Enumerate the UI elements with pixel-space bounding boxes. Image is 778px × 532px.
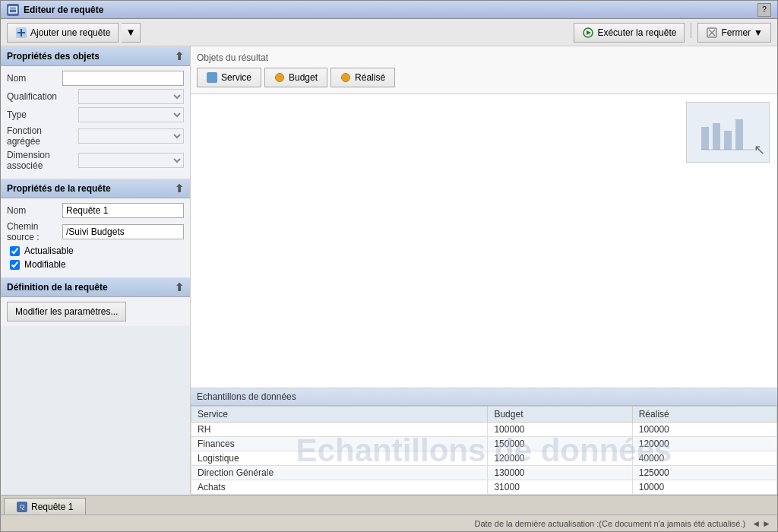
main-window: Editeur de requête ? Ajouter une requête…: [0, 0, 778, 532]
svg-marker-6: [587, 30, 591, 35]
table-header-row: Service Budget Réalisé: [191, 407, 777, 423]
type-row: Type: [7, 107, 184, 122]
props-objects-body: Nom Qualification Type Fonction agr: [1, 66, 190, 179]
table-cell-budget: 150000: [488, 437, 632, 451]
table-cell-realise: 125000: [632, 466, 776, 480]
nav-arrows: ◄ ►: [751, 518, 771, 529]
qualification-select[interactable]: [78, 89, 184, 104]
left-panel: Propriétés des objets ⬆ Nom Qualificatio…: [1, 46, 191, 495]
add-query-icon: [15, 27, 27, 39]
add-query-button[interactable]: Ajouter une requête: [7, 23, 119, 43]
table-cell-realise: 10000: [632, 480, 776, 495]
definition-collapse[interactable]: ⬆: [175, 281, 184, 293]
props-objects-collapse[interactable]: ⬆: [175, 50, 184, 62]
close-button[interactable]: Fermer ▼: [697, 23, 771, 43]
close-label: Fermer: [721, 27, 751, 38]
type-select[interactable]: [78, 107, 184, 122]
fonction-row: Fonction agrégée: [7, 125, 184, 147]
chemin-input[interactable]: [62, 224, 184, 239]
coin-icon: [275, 73, 284, 82]
right-panel: Objets du résultat Service Budget: [191, 46, 777, 495]
nav-right-arrow[interactable]: ►: [762, 518, 771, 529]
add-query-label: Ajouter une requête: [30, 27, 110, 38]
nom-input[interactable]: [62, 71, 184, 86]
execute-query-button[interactable]: Exécuter la requête: [574, 23, 685, 43]
actualisable-checkbox[interactable]: [10, 246, 20, 256]
help-button[interactable]: ?: [757, 3, 771, 17]
nom-label: Nom: [7, 73, 59, 84]
col-service: Service: [191, 407, 488, 423]
table-cell-service: RH: [191, 423, 488, 437]
props-objects-title: Propriétés des objets: [7, 51, 100, 62]
table-cell-service: Logistique: [191, 451, 488, 466]
service-tab-icon: [207, 72, 217, 83]
modifiable-label: Modifiable: [24, 259, 66, 270]
definition-title: Définition de la requête: [7, 282, 108, 293]
dimension-row: Dimension associée: [7, 150, 184, 171]
fonction-select[interactable]: [78, 128, 184, 144]
svg-rect-13: [735, 119, 743, 150]
table-cell-budget: 31000: [488, 480, 632, 495]
table-cell-budget: 130000: [488, 466, 632, 480]
chemin-row: Chemin source :: [7, 221, 184, 242]
thumbnail-chart: [697, 112, 758, 154]
query-nom-label: Nom: [7, 205, 59, 216]
right-main-area: ↖: [191, 94, 777, 388]
svg-rect-11: [713, 123, 720, 150]
col-budget: Budget: [488, 407, 632, 423]
tab-realise-label: Réalisé: [355, 72, 385, 83]
table-cell-service: Finances: [191, 437, 488, 451]
svg-rect-12: [724, 131, 732, 150]
close-icon: [706, 27, 718, 39]
tab-requete1-icon: Q: [17, 502, 27, 512]
status-text: Date de la dernière actualisation :(Ce d…: [474, 519, 745, 528]
data-samples-section: Echantillons de données Echantillons de …: [191, 388, 777, 495]
coin-icon-2: [341, 73, 350, 82]
type-label: Type: [7, 109, 75, 120]
dimension-select[interactable]: [78, 153, 184, 168]
table-cell-realise: 40000: [632, 451, 776, 466]
toolbar: Ajouter une requête ▼ Exécuter la requêt…: [1, 19, 777, 46]
table-cell-realise: 100000: [632, 423, 776, 437]
table-cell-budget: 100000: [488, 423, 632, 437]
execute-label: Exécuter la requête: [597, 27, 676, 38]
table-row: RH100000100000: [191, 423, 777, 437]
modifier-params-button[interactable]: Modifier les paramètres...: [7, 302, 126, 321]
close-dropdown-arrow: ▼: [754, 27, 763, 38]
tab-service-label: Service: [221, 72, 251, 83]
bottom-tab-requete1[interactable]: Q Requête 1: [4, 498, 86, 515]
query-nom-row: Nom: [7, 203, 184, 218]
table-row: Logistique12000040000: [191, 451, 777, 466]
tab-budget[interactable]: Budget: [264, 68, 327, 87]
modifiable-checkbox[interactable]: [10, 260, 20, 270]
thumbnail-area: ↖: [686, 102, 770, 163]
result-objects-section: Objets du résultat Service Budget: [191, 46, 777, 94]
nav-left-arrow[interactable]: ◄: [751, 518, 761, 529]
title-bar: Editeur de requête ?: [1, 1, 777, 19]
table-cell-service: Achats: [191, 480, 488, 495]
props-query-header: Propriétés de la requête ⬆: [1, 179, 190, 198]
table-cell-service: Direction Générale: [191, 466, 488, 480]
add-query-dropdown[interactable]: ▼: [122, 23, 140, 43]
title-bar-controls: ?: [757, 3, 771, 17]
qualification-label: Qualification: [7, 91, 75, 102]
result-objects-title: Objets du résultat: [197, 52, 771, 63]
definition-header: Définition de la requête ⬆: [1, 277, 190, 297]
toolbar-right: Exécuter la requête Fermer ▼: [574, 23, 771, 43]
budget-tab-icon: [274, 72, 285, 83]
app-icon: [7, 4, 19, 16]
data-table-wrapper: Echantillons de données Service Budget R…: [191, 406, 777, 495]
query-nom-input[interactable]: [62, 203, 184, 218]
toolbar-separator: [691, 23, 691, 38]
bottom-tab-label: Requête 1: [31, 502, 73, 512]
modifiable-row: Modifiable: [7, 259, 184, 270]
actualisable-row: Actualisable: [7, 245, 184, 256]
data-table: Service Budget Réalisé RH100000100000Fin…: [191, 406, 777, 495]
table-cell-realise: 120000: [632, 437, 776, 451]
props-query-collapse[interactable]: ⬆: [175, 182, 184, 195]
window-title: Editeur de requête: [24, 5, 103, 15]
col-realise: Réalisé: [632, 407, 776, 423]
tab-realise[interactable]: Réalisé: [330, 68, 395, 87]
title-bar-left: Editeur de requête: [7, 4, 103, 16]
tab-service[interactable]: Service: [197, 68, 261, 87]
